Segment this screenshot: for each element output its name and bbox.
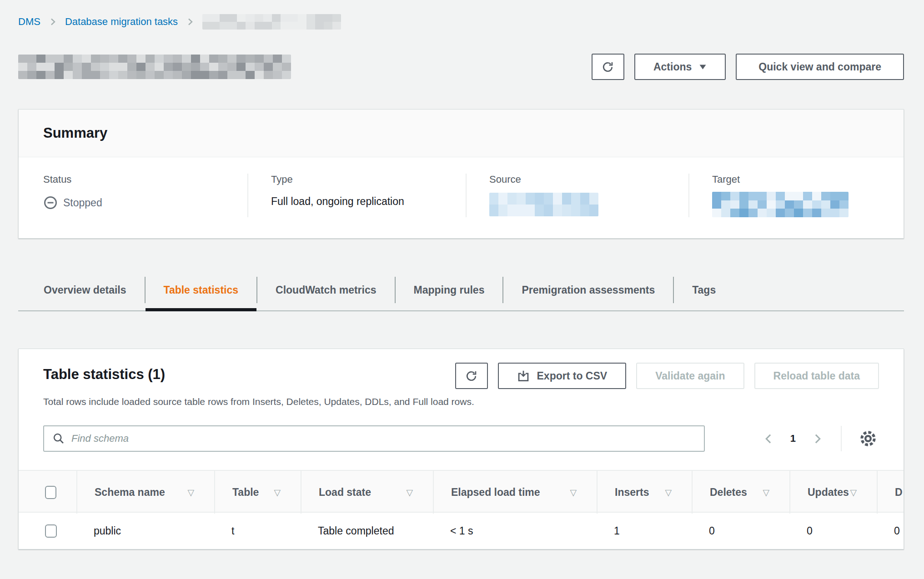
chevron-right-icon	[48, 17, 58, 27]
status-value: Stopped	[63, 197, 102, 209]
tab-cloudwatch-metrics[interactable]: CloudWatch metrics	[257, 269, 395, 311]
summary-card: Summary Status Stopped Type Full load,	[18, 109, 904, 239]
table-card-actions: Export to CSV Validate again Reload tabl…	[455, 363, 879, 389]
search-icon	[52, 432, 65, 445]
table-row: public t Table completed < 1 s 1 0 0 0	[19, 513, 904, 549]
column-header-updates[interactable]: Updates ▽	[789, 471, 877, 514]
page-number-1[interactable]: 1	[790, 433, 796, 444]
sort-icon: ▽	[274, 487, 281, 498]
table-header-row: Schema name ▽ Table ▽ Load state ▽ Elaps…	[19, 470, 904, 513]
type-label: Type	[271, 174, 466, 185]
sort-icon: ▽	[850, 487, 857, 498]
cell-deletes: 0	[692, 525, 789, 537]
summary-source-column: Source	[466, 174, 688, 217]
target-endpoint-redacted	[712, 192, 849, 217]
summary-type-column: Type Full load, ongoing replication	[247, 174, 466, 217]
updates-header-label: Updates	[808, 486, 849, 499]
inserts-header-label: Inserts	[615, 486, 649, 499]
table-filter-row: 1	[19, 425, 904, 452]
cell-elapsed-load-time: < 1 s	[433, 525, 597, 537]
load-state-header-label: Load state	[319, 486, 371, 499]
cell-ddls-clipped: 0	[877, 525, 904, 537]
tab-table-statistics[interactable]: Table statistics	[146, 269, 256, 311]
download-icon	[517, 369, 530, 382]
type-value: Full load, ongoing replication	[271, 195, 466, 208]
refresh-icon	[602, 61, 614, 73]
column-header-load-state[interactable]: Load state ▽	[301, 471, 433, 514]
table-preferences-button[interactable]	[857, 428, 879, 449]
table-header-label: Table	[232, 486, 259, 499]
page-header: Actions Quick view and compare	[18, 54, 904, 80]
schema-search-box	[43, 425, 705, 452]
select-all-checkbox[interactable]	[45, 486, 56, 499]
actions-button[interactable]: Actions	[634, 54, 726, 80]
source-label: Source	[489, 174, 688, 185]
reload-table-data-button[interactable]: Reload table data	[754, 363, 879, 389]
quick-view-label: Quick view and compare	[758, 61, 881, 73]
select-all-cell	[19, 471, 76, 514]
sort-icon: ▽	[763, 487, 769, 498]
cell-updates: 0	[789, 525, 877, 537]
quick-view-compare-button[interactable]: Quick view and compare	[736, 54, 904, 80]
elapsed-load-time-header-label: Elapsed load time	[451, 486, 540, 499]
source-endpoint-redacted	[489, 193, 598, 216]
previous-page-button[interactable]	[761, 431, 777, 447]
column-header-inserts[interactable]: Inserts ▽	[597, 471, 692, 514]
refresh-icon	[465, 370, 477, 382]
header-actions: Actions Quick view and compare	[592, 54, 904, 80]
cell-inserts: 1	[597, 525, 692, 537]
deletes-header-label: Deletes	[710, 486, 747, 499]
pagination-divider	[841, 426, 842, 451]
page-title-redacted	[18, 55, 291, 79]
breadcrumb-dms-link[interactable]: DMS	[18, 16, 40, 28]
reload-table-data-label: Reload table data	[773, 370, 860, 382]
chevron-right-icon	[811, 433, 824, 445]
tab-tags[interactable]: Tags	[674, 269, 734, 311]
gear-icon	[859, 429, 877, 448]
table-statistics-table: Schema name ▽ Table ▽ Load state ▽ Elaps…	[19, 470, 904, 549]
find-schema-input[interactable]	[71, 433, 696, 444]
summary-target-column: Target	[688, 174, 904, 217]
target-label: Target	[712, 174, 904, 185]
summary-status-column: Status Stopped	[19, 174, 247, 217]
status-label: Status	[43, 174, 247, 185]
cell-load-state: Table completed	[301, 525, 433, 537]
next-page-button[interactable]	[809, 431, 825, 447]
ddls-header-label: D	[895, 486, 903, 499]
caret-down-icon	[699, 64, 707, 70]
pagination: 1	[761, 426, 879, 451]
column-header-table[interactable]: Table ▽	[214, 471, 301, 514]
table-refresh-button[interactable]	[455, 363, 488, 389]
tab-overview-details[interactable]: Overview details	[25, 269, 145, 311]
stopped-status-icon	[43, 195, 58, 210]
export-to-csv-button[interactable]: Export to CSV	[498, 363, 627, 389]
table-statistics-description: Total rows include loaded source table r…	[19, 396, 904, 407]
breadcrumb-tasks-link[interactable]: Database migration tasks	[65, 16, 178, 28]
tab-premigration-assessments[interactable]: Premigration assessments	[503, 269, 673, 311]
chevron-left-icon	[763, 433, 775, 445]
table-statistics-title: Table statistics (1)	[43, 363, 165, 383]
sort-icon: ▽	[665, 487, 672, 498]
validate-again-button[interactable]: Validate again	[636, 363, 744, 389]
refresh-button[interactable]	[592, 54, 624, 80]
summary-title: Summary	[43, 125, 879, 141]
cell-table: t	[214, 525, 301, 537]
cell-schema-name: public	[76, 525, 214, 537]
breadcrumb-current-redacted	[202, 14, 341, 30]
tab-mapping-rules[interactable]: Mapping rules	[396, 269, 503, 311]
dms-task-page: DMS Database migration tasks Actions	[0, 14, 924, 549]
row-checkbox[interactable]	[45, 524, 57, 538]
column-header-ddls-clipped[interactable]: D	[877, 471, 904, 514]
schema-name-header-label: Schema name	[95, 486, 165, 499]
summary-card-header: Summary	[19, 110, 904, 157]
sort-icon: ▽	[406, 487, 413, 498]
table-statistics-card: Table statistics (1)	[18, 349, 904, 549]
column-header-schema-name[interactable]: Schema name ▽	[76, 471, 214, 514]
task-detail-tabs: Overview details Table statistics CloudW…	[18, 269, 904, 311]
export-to-csv-label: Export to CSV	[537, 370, 608, 382]
sort-icon: ▽	[570, 487, 577, 498]
breadcrumb: DMS Database migration tasks	[18, 14, 904, 30]
column-header-elapsed-load-time[interactable]: Elapsed load time ▽	[433, 471, 597, 514]
sort-icon: ▽	[187, 487, 194, 498]
column-header-deletes[interactable]: Deletes ▽	[692, 471, 789, 514]
